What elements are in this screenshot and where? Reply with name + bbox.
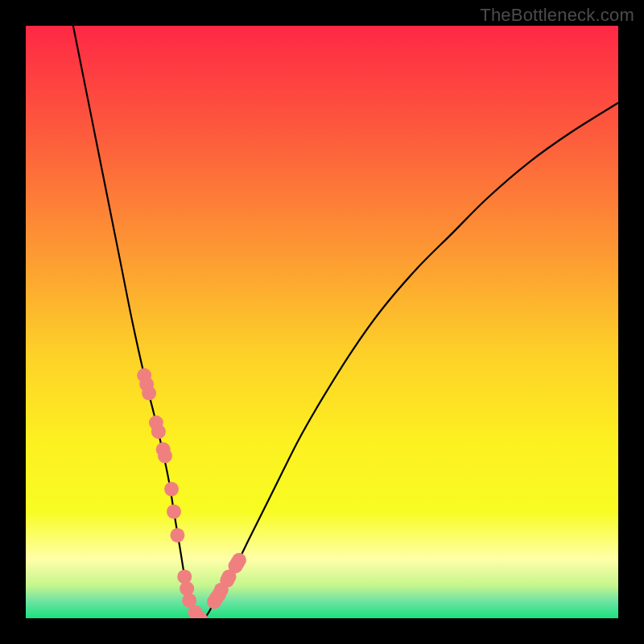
marker-point [151, 424, 166, 439]
marker-point [142, 386, 156, 400]
marker-point [167, 505, 181, 519]
chart-svg [26, 26, 618, 618]
marker-point [232, 553, 246, 568]
marker-point [170, 528, 184, 543]
marker-point [164, 482, 179, 497]
marker-point [158, 448, 172, 463]
plot-area [26, 26, 618, 618]
chart-frame: TheBottleneck.com [0, 0, 644, 644]
gradient-background [26, 26, 618, 618]
watermark-text: TheBottleneck.com [480, 5, 634, 26]
